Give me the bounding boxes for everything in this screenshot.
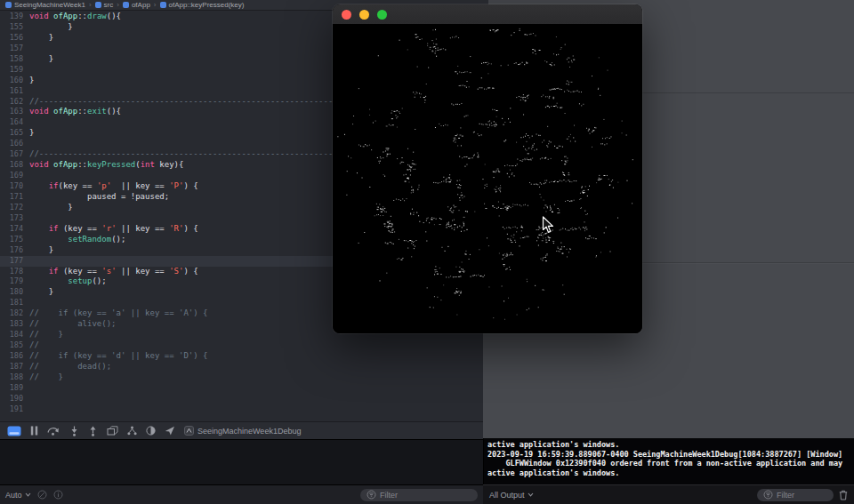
line-number[interactable]: 179 [0,276,29,287]
minimize-button[interactable] [359,10,369,20]
line-number[interactable]: 139 [0,12,29,22]
console-line: active application's windows. [487,440,854,450]
simulate-location-icon[interactable] [165,426,175,436]
console-scope-label: All Output [489,491,525,500]
debug-toolbar: SeeingMachineWeek1Debug [0,421,483,439]
variables-scope-label: Auto [5,491,22,500]
line-number[interactable]: 164 [0,117,29,128]
step-over-icon[interactable] [47,426,60,436]
code-line[interactable]: 187// dead(); [0,362,483,372]
line-number[interactable]: 162 [0,97,29,108]
debug-area-toggle-icon[interactable] [7,426,21,436]
line-number[interactable]: 174 [0,224,29,235]
jump-bar-item-label: src [104,1,114,9]
slash-circle-icon[interactable] [37,490,47,500]
line-number[interactable]: 165 [0,128,29,139]
line-number[interactable]: 160 [0,76,29,86]
code-line[interactable]: 189 [0,383,483,394]
app-icon [184,426,194,436]
jump-bar-item[interactable]: SeeingMachineWeek1 [5,1,85,9]
line-number[interactable]: 183 [0,319,29,330]
code-line[interactable]: 185// [0,340,483,351]
trash-icon[interactable] [839,490,848,500]
variables-pane[interactable] [0,439,483,485]
line-number[interactable]: 177 [0,256,29,267]
line-number[interactable]: 158 [0,54,29,65]
environment-overrides-icon[interactable] [146,426,156,436]
line-number[interactable]: 170 [0,181,29,192]
line-number[interactable]: 189 [0,383,29,394]
jump-bar-item[interactable]: src [95,1,114,9]
app-window[interactable] [333,4,642,333]
line-number[interactable]: 180 [0,287,29,298]
line-number[interactable]: 168 [0,160,29,171]
line-number[interactable]: 178 [0,267,29,277]
line-number[interactable]: 184 [0,330,29,340]
jump-bar-separator: › [153,1,157,9]
code-line[interactable]: 190 [0,394,483,404]
console-line: GLFWWindow 0x12390f040 ordered front fro… [487,459,854,468]
variables-filter-input[interactable]: Filter [360,489,478,501]
code-line[interactable]: 191 [0,404,483,415]
file-icon [160,2,166,8]
line-number[interactable]: 157 [0,44,29,54]
console-scope-popup[interactable]: All Output [489,491,534,500]
variables-scope-popup[interactable]: Auto [5,491,31,500]
pause-icon[interactable] [30,426,38,436]
line-number[interactable]: 159 [0,65,29,76]
app-window-titlebar[interactable] [333,4,642,25]
console-line: 2023-09-19 16:59:39.889067-0400 SeeingMa… [487,450,854,460]
line-number[interactable]: 185 [0,340,29,351]
line-number[interactable]: 161 [0,86,29,97]
info-circle-icon[interactable] [53,490,63,500]
line-number[interactable]: 181 [0,298,29,308]
file-icon [123,2,129,8]
line-number[interactable]: 187 [0,362,29,372]
line-number[interactable]: 173 [0,213,29,224]
console-filter-placeholder: Filter [777,491,794,500]
debug-session-label[interactable]: SeeingMachineWeek1Debug [184,426,301,436]
chevron-down-icon [25,492,31,497]
line-number[interactable]: 188 [0,372,29,383]
line-number[interactable]: 172 [0,203,29,213]
line-number[interactable]: 175 [0,235,29,245]
line-number[interactable]: 156 [0,33,29,44]
jump-bar-item[interactable]: ofApp [123,1,150,9]
filter-icon [367,490,376,500]
code-text: // if (key == 'd' || key == 'D') { [29,351,207,362]
code-text: } [29,54,53,65]
code-text: } [29,287,53,298]
jump-bar-separator: › [116,1,120,9]
filter-icon [763,490,773,500]
view-hierarchy-icon[interactable] [107,426,118,436]
code-text: if (key == 'r' || key == 'R') { [29,224,198,235]
console-bottom-bar: All Output Filter [483,484,854,504]
jump-bar-item[interactable]: ofApp::keyPressed(key) [160,1,245,9]
line-number[interactable]: 171 [0,192,29,203]
line-number[interactable]: 186 [0,351,29,362]
code-text: } [29,22,73,33]
close-button[interactable] [342,10,351,20]
step-into-icon[interactable] [69,426,79,436]
code-line[interactable]: 186// if (key == 'd' || key == 'D') { [0,351,483,362]
step-out-icon[interactable] [88,426,98,436]
code-text: if (key == 's' || key == 'S') { [29,267,198,277]
line-number[interactable]: 176 [0,245,29,256]
code-text: paused = !paused; [29,192,169,203]
zoom-button[interactable] [377,10,387,20]
console-filter-input[interactable]: Filter [757,489,834,501]
line-number[interactable]: 182 [0,308,29,319]
line-number[interactable]: 169 [0,171,29,181]
line-number[interactable]: 163 [0,107,29,117]
console-pane[interactable]: active application's windows.2023-09-19 … [483,438,854,484]
line-number[interactable]: 190 [0,394,29,404]
jump-bar-item-label: ofApp [132,1,150,9]
code-text: // dead(); [29,362,111,372]
memory-graph-icon[interactable] [127,426,137,436]
line-number[interactable]: 167 [0,149,29,160]
line-number[interactable]: 191 [0,404,29,415]
app-canvas[interactable] [333,25,642,333]
code-line[interactable]: 188// } [0,372,483,383]
line-number[interactable]: 166 [0,139,29,149]
line-number[interactable]: 155 [0,22,29,33]
